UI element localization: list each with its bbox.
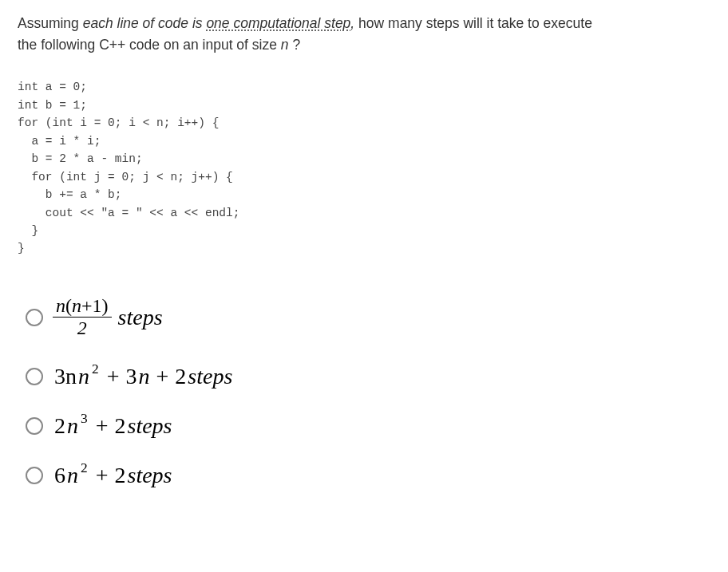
option-a-label: n(n+1) 2 steps xyxy=(54,296,163,338)
q-var: n xyxy=(281,37,289,53)
q-line2b: ? xyxy=(289,37,301,53)
q-underlined: one computational step xyxy=(206,15,350,31)
question-page: Assuming each line of code is one comput… xyxy=(0,0,728,511)
option-a[interactable]: n(n+1) 2 steps xyxy=(26,296,710,338)
option-a-suffix: steps xyxy=(118,306,163,329)
q-rest1: how many steps will it take to execute xyxy=(358,15,592,31)
options-list: n(n+1) 2 steps 3nn2 + 3n + 2 steps 2n3 xyxy=(18,296,710,487)
option-d-label: 6n2 + 2 steps xyxy=(54,464,172,487)
option-c-suffix: steps xyxy=(127,415,172,437)
code-block: int a = 0; int b = 1; for (int i = 0; i … xyxy=(18,78,710,258)
option-b[interactable]: 3nn2 + 3n + 2 steps xyxy=(26,365,710,388)
option-c-label: 2n3 + 2 steps xyxy=(54,415,172,437)
q-em: each line of code is one computational s… xyxy=(83,15,358,31)
option-b-suffix: steps xyxy=(188,365,232,388)
question-prompt: Assuming each line of code is one comput… xyxy=(18,13,710,56)
option-d[interactable]: 6n2 + 2 steps xyxy=(26,464,710,487)
radio-icon[interactable] xyxy=(26,467,43,484)
option-d-suffix: steps xyxy=(127,464,172,487)
radio-icon[interactable] xyxy=(26,368,43,385)
radio-icon[interactable] xyxy=(26,417,43,435)
option-b-label: 3nn2 + 3n + 2 steps xyxy=(54,365,232,388)
option-c[interactable]: 2n3 + 2 steps xyxy=(26,415,710,437)
q-prefix: Assuming xyxy=(18,15,83,31)
q-line2a: the following C++ code on an input of si… xyxy=(18,37,281,53)
fraction: n(n+1) 2 xyxy=(54,296,110,338)
radio-icon[interactable] xyxy=(26,309,43,326)
